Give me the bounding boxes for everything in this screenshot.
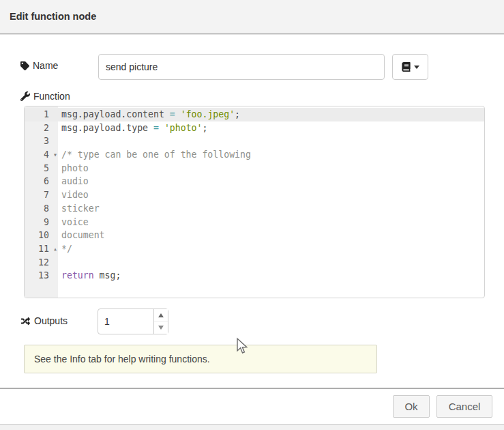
caret-down-icon: [414, 66, 419, 69]
line-number: 3: [25, 134, 58, 148]
code-text: photo: [58, 162, 89, 175]
code-text: [58, 256, 61, 270]
line-number: 9: [25, 216, 58, 229]
code-text: sticker: [58, 202, 100, 216]
spinner-buttons: [153, 309, 168, 334]
line-number: 4▾: [25, 148, 58, 162]
code-text: [58, 134, 61, 148]
name-label: Name: [20, 60, 58, 71]
code-line[interactable]: 6audio: [25, 175, 484, 188]
function-label-text: Function: [33, 91, 70, 102]
code-line[interactable]: 3: [25, 134, 484, 148]
cancel-button[interactable]: Cancel: [436, 395, 492, 418]
name-label-text: Name: [33, 60, 58, 71]
line-number: 2: [25, 121, 58, 135]
code-line[interactable]: 10document: [25, 229, 484, 242]
dialog-title: Edit function node: [10, 11, 96, 22]
line-number: 7: [25, 188, 58, 202]
code-line[interactable]: 7video: [25, 188, 484, 202]
line-number: 13: [25, 269, 58, 283]
fold-open-icon[interactable]: ▾: [53, 148, 57, 162]
code-text: voice: [58, 216, 89, 229]
code-text: video: [58, 188, 89, 202]
info-tip: See the Info tab for help writing functi…: [24, 345, 377, 373]
book-icon: [402, 62, 411, 72]
spinner-down-button[interactable]: [154, 322, 168, 334]
line-number: 6: [25, 175, 58, 188]
code-line[interactable]: 13return msg;: [25, 269, 484, 283]
code-editor-lines: 1msg.payload.content = 'foo.jpeg';2msg.p…: [25, 108, 484, 283]
code-text: msg.payload.content = 'foo.jpeg';: [58, 108, 240, 121]
fold-close-icon[interactable]: ▴: [53, 242, 57, 256]
tag-icon: [20, 61, 29, 70]
code-text: document: [58, 229, 105, 242]
info-tip-text: See the Info tab for help writing functi…: [34, 354, 210, 364]
code-text: msg.payload.type = 'photo';: [58, 121, 207, 135]
ok-button[interactable]: Ok: [393, 395, 430, 418]
code-line[interactable]: 1msg.payload.content = 'foo.jpeg';: [25, 108, 484, 121]
code-line[interactable]: 11▴*/: [25, 242, 484, 256]
line-number: 1: [25, 108, 58, 121]
code-line[interactable]: 8sticker: [25, 202, 484, 216]
arrow-down-icon: [158, 326, 164, 330]
edit-function-node-dialog: Edit function node Name Function 1msg.pa…: [0, 0, 504, 430]
bottom-strip: [0, 424, 504, 430]
wrench-icon: [20, 91, 30, 101]
line-number: 5: [25, 162, 58, 175]
code-line[interactable]: 5photo: [25, 162, 484, 175]
library-button[interactable]: [392, 54, 428, 80]
line-number: 11▴: [25, 242, 58, 256]
line-number: 8: [25, 202, 58, 216]
code-line[interactable]: 4▾/* type can be one of the following: [25, 148, 484, 162]
code-text: */: [58, 242, 72, 256]
footer-divider: [0, 388, 504, 389]
outputs-spinner: [98, 309, 168, 334]
code-text: return msg;: [58, 269, 121, 283]
code-text: /* type can be one of the following: [58, 148, 251, 162]
spinner-up-button[interactable]: [154, 309, 168, 322]
code-line[interactable]: 12: [25, 256, 484, 270]
shuffle-icon: [20, 317, 31, 326]
code-line[interactable]: 2msg.payload.type = 'photo';: [25, 121, 484, 135]
line-number: 10: [25, 229, 58, 242]
code-text: audio: [58, 175, 89, 188]
outputs-input[interactable]: [98, 309, 154, 334]
dialog-header: Edit function node: [0, 0, 504, 34]
function-label: Function: [20, 91, 70, 102]
line-number: 12: [25, 256, 58, 270]
function-code-editor[interactable]: 1msg.payload.content = 'foo.jpeg';2msg.p…: [24, 106, 485, 298]
outputs-label: Outputs: [20, 315, 68, 326]
code-line[interactable]: 9voice: [25, 216, 484, 229]
arrow-up-icon: [158, 313, 164, 317]
name-input[interactable]: [98, 54, 385, 80]
outputs-label-text: Outputs: [34, 315, 68, 326]
